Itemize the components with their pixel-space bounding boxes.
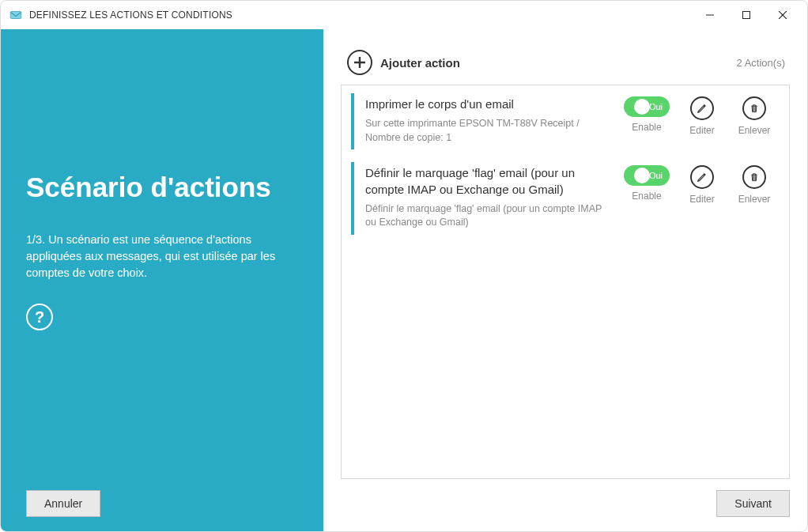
action-card: Définir le marquage 'flag' email (pour u… xyxy=(351,162,780,235)
app-icon xyxy=(9,8,23,22)
window-close-button[interactable] xyxy=(765,2,801,28)
enable-label: Enable xyxy=(632,191,661,202)
add-action-button[interactable] xyxy=(347,50,372,75)
sidebar-description: 1/3. Un scénario est une séquence d'acti… xyxy=(26,232,298,281)
next-button[interactable]: Suivant xyxy=(716,490,790,517)
trash-icon xyxy=(749,103,760,114)
action-title: Imprimer le corps d'un email xyxy=(365,96,614,112)
help-icon: ? xyxy=(35,308,44,326)
plus-icon xyxy=(353,56,366,69)
action-card: Imprimer le corps d'un email Sur cette i… xyxy=(351,93,780,149)
action-title: Définir le marquage 'flag' email (pour u… xyxy=(365,165,614,198)
remove-button[interactable] xyxy=(742,96,766,120)
enable-label: Enable xyxy=(632,122,661,133)
enable-toggle[interactable]: Oui xyxy=(624,96,670,117)
svg-line-8 xyxy=(704,175,704,175)
actions-list: Imprimer le corps d'un email Sur cette i… xyxy=(341,85,790,479)
help-button[interactable]: ? xyxy=(26,304,53,330)
actions-header: Ajouter action 2 Action(s) xyxy=(347,50,785,75)
toggle-knob xyxy=(634,99,650,115)
edit-label: Editer xyxy=(689,194,714,205)
action-description: Définir le marquage 'flag' email (pour u… xyxy=(365,202,614,230)
edit-label: Editer xyxy=(689,125,714,136)
sidebar: Scénario d'actions 1/3. Un scénario est … xyxy=(1,29,323,531)
edit-button[interactable] xyxy=(690,96,714,120)
remove-label: Enlever xyxy=(738,125,771,136)
remove-button[interactable] xyxy=(742,165,766,189)
window-title: DEFINISSEZ LES ACTIONS ET CONDITIONS xyxy=(29,9,232,21)
toggle-on-text: Oui xyxy=(649,102,663,111)
toggle-knob xyxy=(634,168,650,183)
svg-rect-0 xyxy=(10,12,21,19)
pencil-icon xyxy=(697,103,708,114)
trash-icon xyxy=(749,172,760,183)
titlebar: DEFINISSEZ LES ACTIONS ET CONDITIONS xyxy=(1,1,807,29)
edit-button[interactable] xyxy=(690,165,714,189)
main-panel: Ajouter action 2 Action(s) Imprimer le c… xyxy=(323,29,807,531)
toggle-on-text: Oui xyxy=(649,171,663,180)
remove-label: Enlever xyxy=(738,194,771,205)
cancel-button[interactable]: Annuler xyxy=(26,490,100,517)
sidebar-heading: Scénario d'actions xyxy=(26,172,298,203)
add-action-label: Ajouter action xyxy=(380,56,460,70)
action-count: 2 Action(s) xyxy=(737,57,785,69)
action-description: Sur cette imprimante EPSON TM-T88V Recei… xyxy=(365,117,614,145)
window-maximize-button[interactable] xyxy=(728,2,765,28)
window-minimize-button[interactable] xyxy=(692,2,728,28)
footer: Suivant xyxy=(341,479,790,517)
pencil-icon xyxy=(697,172,708,183)
svg-line-7 xyxy=(704,106,704,107)
svg-rect-2 xyxy=(743,12,750,19)
content: Scénario d'actions 1/3. Un scénario est … xyxy=(1,29,807,531)
enable-toggle[interactable]: Oui xyxy=(624,165,670,186)
